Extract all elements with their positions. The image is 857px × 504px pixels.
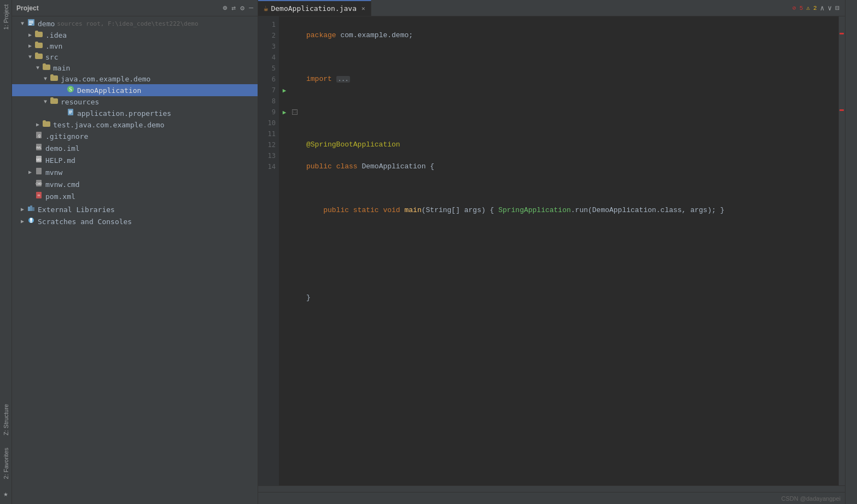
error-stripe-dot-1 — [839, 33, 844, 34]
svg-rect-3 — [29, 24, 32, 25]
arrow-demo: ▼ — [19, 21, 26, 27]
tree-item-help[interactable]: MD HELP.md — [12, 154, 258, 166]
svg-text:IML: IML — [36, 146, 42, 149]
editor-area: ☕ DemoApplication.java ✕ ⊘ 5 ⚠ 2 ∧ ∨ ⊟ 1… — [258, 0, 845, 504]
run-arrow-icon: ▶ — [283, 87, 287, 94]
properties-icon — [66, 108, 75, 118]
tree-item-appprops[interactable]: application.properties — [12, 107, 258, 119]
arrow-package: ▼ — [42, 76, 49, 82]
tree-item-pom[interactable]: m pom.xml — [12, 190, 258, 202]
sidebar-header-icons: ⊕ ⇄ ⚙ — — [223, 3, 253, 13]
minimize-icon[interactable]: — — [249, 4, 253, 12]
src-label: src — [45, 53, 58, 61]
resources-folder-icon — [49, 97, 59, 106]
demo-app-label: DemoApplication — [77, 86, 141, 95]
package-label: java.com.example.demo — [61, 75, 150, 83]
svg-rect-16 — [36, 168, 42, 174]
svg-rect-23 — [32, 207, 34, 211]
tab-label: DemoApplication.java — [271, 4, 357, 13]
sidebar-title: Project — [16, 4, 223, 12]
svg-rect-2 — [29, 22, 33, 24]
tree-item-mvnw-cmd[interactable]: CMD mvnw.cmd — [12, 178, 258, 190]
status-bar: CSDN @dadayangpei — [258, 492, 845, 504]
mvnw-cmd-label: mvnw.cmd — [45, 180, 80, 189]
spring-icon: S — [66, 85, 75, 95]
error-icon: ⊘ — [792, 4, 796, 11]
expand-icon[interactable]: ⊟ — [835, 4, 839, 13]
line-num-13: 13 — [258, 150, 276, 161]
warning-count: 2 — [813, 5, 817, 11]
idea-folder-icon — [34, 31, 44, 39]
ext-libs-label: External Libraries — [38, 206, 115, 214]
package-icon — [49, 74, 59, 83]
h-scrollbar[interactable] — [258, 485, 845, 492]
module-icon — [26, 19, 36, 28]
tree-item-resources[interactable]: ▼ resources — [12, 96, 258, 107]
tree-item-idea[interactable]: ▶ .idea — [12, 30, 258, 40]
fold-icon[interactable]: □ — [292, 109, 298, 115]
editor-content: 1 2 3 4 5 6 7 8 9 10 11 12 13 14 — [258, 16, 845, 485]
demo-root-label: demo — [38, 20, 55, 28]
bp-line-7 — [290, 85, 300, 96]
gear-icon[interactable]: ⚙ — [240, 4, 244, 13]
line-num-12: 12 — [258, 139, 276, 150]
run-main-button[interactable]: ▶ — [279, 107, 290, 118]
tree-item-iml[interactable]: IML demo.iml — [12, 142, 258, 154]
run-class-button[interactable]: ▶ — [279, 85, 290, 96]
tree-item-package[interactable]: ▼ java.com.example.demo — [12, 73, 258, 84]
nav-up-arrow[interactable]: ∧ — [820, 4, 825, 13]
sync-icon[interactable]: ⇄ — [232, 4, 236, 13]
tree-item-mvnw[interactable]: ▶ mvnw — [12, 166, 258, 178]
code-editor[interactable]: package com.example.demo; import ... @Sp… — [300, 16, 838, 485]
tree-item-scratches[interactable]: ▶ Scratches and Consoles — [12, 215, 258, 227]
tree-item-external-libs[interactable]: ▶ External Libraries — [12, 203, 258, 215]
code-line-4 — [306, 96, 838, 107]
tree-item-main[interactable]: ▼ main — [12, 62, 258, 73]
code-line-12 — [306, 271, 838, 282]
tree-item-gitignore[interactable]: .g .gitignore — [12, 130, 258, 142]
line-num-8: 8 — [258, 96, 276, 107]
add-icon[interactable]: ⊕ — [223, 3, 227, 13]
editor-tab-demoapplication[interactable]: ☕ DemoApplication.java ✕ — [258, 0, 371, 16]
src-folder-icon — [34, 52, 44, 61]
tree-item-demo-root[interactable]: ▼ demo sources root, F:\idea_code\test22… — [12, 17, 258, 30]
test-java-label: test.java.com.example.demo — [53, 121, 165, 129]
project-tool-tab[interactable]: 1: Project — [1, 0, 11, 34]
right-tool-strip — [845, 0, 857, 504]
line-num-1: 1 — [258, 19, 276, 30]
arrow-test-java: ▶ — [34, 121, 42, 128]
project-tree: ▼ demo sources root, F:\idea_code\test22… — [12, 16, 258, 504]
run-main-icon: ▶ — [283, 109, 287, 116]
tree-item-src[interactable]: ▼ src — [12, 51, 258, 62]
main-label: main — [53, 64, 70, 72]
svg-rect-21 — [28, 207, 30, 211]
fold-line-9: □ — [290, 107, 300, 118]
nav-down-arrow[interactable]: ∨ — [827, 4, 832, 13]
favorites-tool-tab[interactable]: 2: Favorites — [1, 444, 11, 482]
arrow-idea: ▶ — [26, 32, 34, 38]
line-numbers-gutter: 1 2 3 4 5 6 7 8 9 10 11 12 13 14 — [258, 16, 279, 485]
arrow-resources: ▼ — [42, 99, 49, 105]
libs-icon — [26, 204, 36, 214]
tree-item-DemoApplication[interactable]: S DemoApplication — [12, 84, 258, 96]
error-stripe — [838, 16, 845, 485]
tab-close-icon[interactable]: ✕ — [362, 5, 365, 12]
line-num-5: 5 — [258, 63, 276, 74]
code-line-3: import ... — [306, 74, 838, 85]
main-folder-icon — [42, 63, 51, 72]
star-icon: ★ — [3, 489, 8, 499]
structure-tool-tab[interactable]: Z: Structure — [1, 401, 11, 438]
code-line-6: @SpringBootApplication — [306, 139, 838, 150]
code-line-9: public static void main(String[] args) {… — [306, 205, 838, 216]
test-folder-icon — [42, 120, 51, 129]
error-stripe-dot-2 — [839, 109, 844, 111]
tree-item-mvn[interactable]: ▶ .mvn — [12, 40, 258, 51]
tree-item-test-java[interactable]: ▶ test.java.com.example.demo — [12, 119, 258, 130]
scratches-label: Scratches and Consoles — [38, 218, 132, 226]
line-num-6: 6 — [258, 74, 276, 85]
mvnw-label: mvnw — [45, 168, 62, 177]
breakpoint-gutter: □ — [290, 16, 300, 485]
line-num-4: 4 — [258, 52, 276, 63]
gitignore-icon: .g — [34, 131, 44, 141]
left-tool-strip: 1: Project Z: Structure 2: Favorites ★ — [0, 0, 12, 504]
